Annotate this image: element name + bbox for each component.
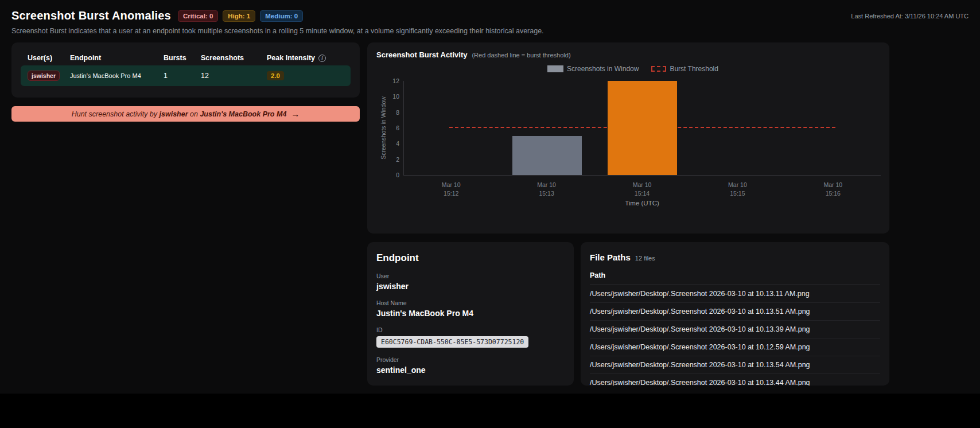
provider-field-label: Provider (376, 356, 565, 363)
id-field-label: ID (376, 326, 565, 333)
col-header-endpoint: Endpoint (63, 54, 157, 62)
y-axis-label: Screenshots in Window (380, 96, 387, 159)
legend-item-threshold: Burst Threshold (651, 65, 718, 73)
user-chip: jswisher (28, 71, 60, 81)
table-header-row: User(s) Endpoint Bursts Screenshots Peak… (21, 50, 351, 65)
chart-subtitle: (Red dashed line = burst threshold) (472, 52, 570, 59)
critical-badge: Critical: 0 (178, 10, 218, 22)
last-refreshed-text: Last Refreshed At: 3/11/26 10:24 AM UTC (851, 13, 969, 20)
y-tick-label: 12 (392, 77, 399, 84)
hunt-prefix: Hunt screenshot activity by (72, 110, 160, 118)
x-axis-title: Time (UTC) (403, 200, 881, 207)
x-tick-label: Mar 10 15:13 (537, 181, 556, 198)
path-column-header: Path (590, 271, 880, 285)
dashed-swatch-icon (651, 66, 666, 72)
file-path-row: /Users/jswisher/Desktop/.Screenshot 2026… (590, 285, 880, 303)
provider-field-value: sentinel_one (376, 365, 565, 375)
col-header-bursts: Bursts (157, 54, 194, 62)
cell-bursts: 1 (157, 72, 194, 80)
hunt-activity-button[interactable]: Hunt screenshot activity by jswisher on … (11, 106, 360, 122)
chart-title-row: Screenshot Burst Activity (Red dashed li… (376, 50, 889, 59)
y-tick-label: 2 (396, 156, 399, 163)
y-tick-label: 0 (396, 172, 399, 178)
main-content: Screenshot Burst Anomalies Critical: 0 H… (0, 0, 980, 394)
arrow-right-icon: → (291, 109, 300, 119)
severity-badges: Critical: 0 High: 1 Medium: 0 (178, 10, 303, 22)
endpoint-id-chip: E60C5769-CDAB-550C-85E5-573D07725120 (376, 336, 528, 348)
y-tick-label: 10 (392, 93, 399, 100)
y-tick-label: 8 (396, 109, 399, 116)
chart-bar[interactable] (512, 136, 581, 175)
table-row[interactable]: jswisher Justin's MacBook Pro M4 1 12 2.… (21, 65, 351, 86)
page-title: Screenshot Burst Anomalies (11, 9, 171, 22)
legend-label: Screenshots in Window (567, 65, 639, 73)
chart-title: Screenshot Burst Activity (376, 50, 467, 59)
chart-plot: Screenshots in Window 024681012 (403, 81, 881, 176)
hunt-endpoint: Justin's MacBook Pro M4 (200, 110, 286, 118)
burst-activity-chart-card: Screenshot Burst Activity (Red dashed li… (367, 42, 889, 234)
endpoint-card-title: Endpoint (376, 252, 565, 264)
x-tick-label: Mar 10 15:14 (633, 181, 652, 198)
host-field-label: Host Name (376, 299, 565, 306)
file-path-row: /Users/jswisher/Desktop/.Screenshot 2026… (590, 338, 880, 356)
info-icon[interactable]: i (318, 55, 326, 62)
page-subtitle: Screenshot Burst indicates that a user a… (11, 27, 544, 35)
file-path-row: /Users/jswisher/Desktop/.Screenshot 2026… (590, 356, 880, 374)
y-tick-label: 6 (396, 124, 399, 131)
hunt-connector: on (188, 110, 200, 118)
chart-bar[interactable] (608, 81, 676, 175)
file-paths-title: File Paths (590, 252, 631, 262)
peak-intensity-label: Peak Intensity (267, 54, 315, 62)
legend-label: Burst Threshold (670, 65, 718, 73)
file-path-list[interactable]: /Users/jswisher/Desktop/.Screenshot 2026… (590, 285, 880, 386)
chart-legend: Screenshots in Window Burst Threshold (376, 64, 889, 73)
user-field-label: User (376, 273, 565, 279)
file-count-badge: 12 files (635, 255, 655, 262)
y-tick-label: 4 (396, 140, 399, 147)
file-paths-title-row: File Paths 12 files (590, 252, 880, 262)
cell-endpoint: Justin's MacBook Pro M4 (63, 72, 157, 79)
page-header: Screenshot Burst Anomalies Critical: 0 H… (11, 9, 969, 22)
file-path-row: /Users/jswisher/Desktop/.Screenshot 2026… (590, 303, 880, 321)
peak-intensity-chip: 2.0 (267, 71, 284, 80)
file-path-row: /Users/jswisher/Desktop/.Screenshot 2026… (590, 374, 880, 386)
host-field-value: Justin's MacBook Pro M4 (376, 309, 565, 318)
x-tick-label: Mar 10 15:12 (442, 181, 461, 198)
col-header-peak-intensity: Peak Intensity i (260, 54, 351, 62)
file-paths-card: File Paths 12 files Path /Users/jswisher… (581, 242, 889, 386)
app: Screenshot Burst Anomalies Critical: 0 H… (0, 0, 980, 428)
endpoint-card: Endpoint User jswisher Host Name Justin'… (367, 242, 574, 386)
medium-badge: Medium: 0 (260, 10, 303, 22)
col-header-screenshots: Screenshots (194, 54, 260, 62)
anomaly-table-card: User(s) Endpoint Bursts Screenshots Peak… (11, 42, 360, 98)
bar-swatch-icon (547, 65, 563, 72)
user-field-value: jswisher (376, 282, 565, 291)
high-badge: High: 1 (223, 10, 255, 22)
file-path-row: /Users/jswisher/Desktop/.Screenshot 2026… (590, 321, 880, 338)
hunt-user: jswisher (160, 110, 188, 118)
x-tick-label: Mar 10 15:16 (823, 181, 842, 198)
x-tick-label: Mar 10 15:15 (728, 181, 747, 198)
col-header-users: User(s) (21, 54, 63, 62)
cell-screenshots: 12 (194, 72, 260, 80)
legend-item-screenshots: Screenshots in Window (547, 65, 639, 73)
x-axis-ticks: Mar 10 15:12Mar 10 15:13Mar 10 15:14Mar … (403, 176, 881, 199)
